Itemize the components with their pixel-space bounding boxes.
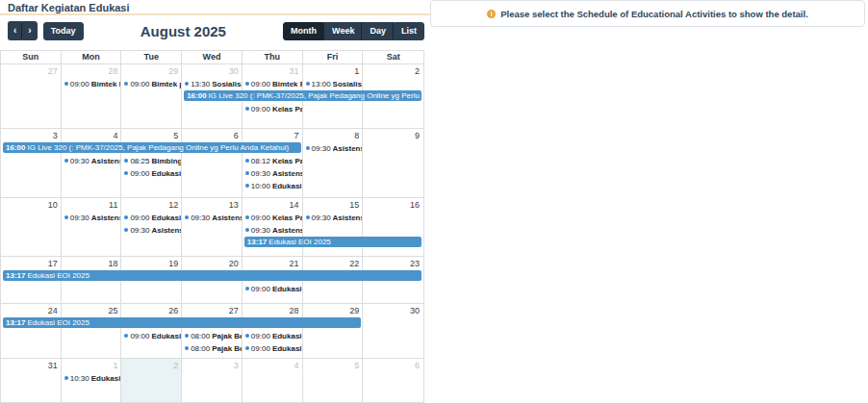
event-dot[interactable]: 09:30Asistensi Pe [62,155,122,166]
month-calendar: SunMonTueWedThuFriSat 27282930311209:00B… [0,50,424,403]
event-level: 16:00IG Live 320 (: PMK-37/2025, Pajak P… [1,142,423,154]
event-dot[interactable]: 09:30Asistensi Pe [303,142,364,154]
event-dot[interactable]: 09:30Asistensi Pe [121,224,182,236]
event-dot[interactable]: 09:30Asistensi Pe [303,212,364,223]
event-level: 09:30Asistensi Pe09:30Asistensi Pe [1,224,423,236]
event-bar[interactable]: 16:00IG Live 320 (: PMK-37/2025, Pajak P… [184,90,421,101]
day-header-fri: Fri [303,51,364,63]
event-dot[interactable]: 09:00Edukasi Pel [243,330,303,341]
day-number: 11 [62,198,122,211]
event-dot[interactable]: 09:00Bimtek pel [121,78,182,89]
event-dot[interactable]: 09:00Edukasi Tat [121,167,182,179]
event-dot[interactable]: 09:00Bimtek Pel [243,78,303,89]
event-bar[interactable]: 13:17Edukasi EOI 2025 [3,270,421,281]
event-level: 09:00Edukasi Bag08:00Pajak Bertu09:00Edu… [1,330,423,341]
event-dot[interactable]: 08:00Pajak Bertu [182,342,243,354]
day-number: 6 [182,129,243,141]
view-day-button[interactable]: Day [362,22,394,40]
next-button[interactable]: › [22,21,37,40]
event-dot[interactable]: 09:30Asistensi Pe [243,167,303,179]
event-dot[interactable]: 09:30Asistensi Pe [62,212,122,223]
day-number: 22 [303,257,364,269]
day-header-mon: Mon [62,51,122,63]
event-bar[interactable]: 13:17Edukasi EOI 2025 [3,317,361,328]
day-number: 30 [182,64,243,77]
event-dot[interactable]: 09:30Asistensi Pe [182,212,243,223]
day-number: 6 [363,359,423,371]
day-number: 26 [121,304,182,316]
view-month-button[interactable]: Month [283,22,324,40]
calendar-grid: 27282930311209:00Bimtek Pel09:00Bimtek p… [1,64,423,402]
event-dot[interactable]: 13:00Sosialisasi I [303,78,364,89]
day-number: 30 [363,304,423,316]
view-week-button[interactable]: Week [324,22,362,40]
day-number: 4 [243,359,303,371]
event-dot[interactable]: 10:00Edukasi PPh [243,180,303,191]
event-dot-icon [245,82,249,86]
event-dot[interactable]: 09:00Edukasi Bag [121,330,182,341]
day-number: 8 [303,129,364,141]
page-title: Daftar Kegiatan Edukasi [8,2,130,13]
title-divider [0,13,430,15]
event-dot-icon [185,215,189,219]
week-row: 1011121314151609:30Asistensi Pe09:00Eduk… [1,198,423,257]
info-icon: i [487,10,496,18]
day-header-wed: Wed [182,51,243,63]
day-number: 25 [62,304,122,316]
event-level: 08:00Pajak Bertu09:00Edukasi Per [1,342,423,354]
week-row: 3112345610:30Edukasi Pel [1,359,423,402]
view-list-button[interactable]: List [394,22,424,40]
day-header-tue: Tue [121,51,182,63]
event-dot-icon [124,215,128,219]
calendar-title: August 2025 [84,23,284,39]
event-dot-icon [185,82,189,86]
day-number: 17 [1,257,62,269]
day-number: 9 [363,129,423,141]
event-dot[interactable]: 09:00Edukasi Per [243,283,303,294]
event-dot[interactable]: 09:30Asistensi Pe [243,224,303,236]
day-number: 7 [243,129,303,141]
day-number: 1 [62,359,122,371]
event-dot[interactable]: 08:12Kelas Pajak [243,155,303,166]
event-level: 09:00Edukasi Tat09:30Asistensi Pe [1,167,423,179]
prev-button[interactable]: ‹ [8,21,22,40]
event-dot-icon [245,159,249,163]
event-dot[interactable]: 09:00Edukasi Per [243,342,303,354]
event-dot[interactable]: 09:00Kelas Pajak [243,103,303,114]
toolbar-left-group: ‹ › Today [8,21,84,40]
event-dot[interactable]: 09:00Edukasi UM [121,212,182,223]
day-number: 4 [62,129,122,141]
event-level: 13:17Edukasi EOI 2025 [1,317,423,329]
event-dot[interactable]: 09:00Bimtek Pel [62,78,122,89]
day-header-row: SunMonTueWedThuFriSat [1,51,423,64]
event-level: 09:00Kelas Pajak [1,103,423,114]
event-level: 13:17Edukasi EOI 2025 [1,237,423,248]
day-number: 15 [303,198,364,211]
event-dot[interactable]: 13:30Sosialisasi I [182,78,243,89]
event-dot[interactable]: 08:25Bimbingan [121,155,182,166]
today-button[interactable]: Today [43,22,84,40]
day-number: 3 [182,359,243,371]
calendar-toolbar: ‹ › Today August 2025 Month Week Day Lis… [8,21,424,40]
event-dot[interactable]: 09:00Kelas Pajak [243,212,303,223]
event-level: 09:30Asistensi Pe08:25Bimbingan08:12Kela… [1,155,423,166]
event-dot-icon [245,107,249,111]
event-level: 10:30Edukasi Pel [1,372,423,384]
event-dot-icon [306,82,310,86]
event-dot[interactable]: 10:30Edukasi Pel [62,372,122,384]
event-bar[interactable]: 16:00IG Live 320 (: PMK-37/2025, Pajak P… [3,142,301,153]
event-dot-icon [124,334,128,338]
day-number: 5 [303,359,364,371]
event-bar[interactable]: 13:17Edukasi EOI 2025 [244,237,421,247]
event-level: 13:17Edukasi EOI 2025 [1,270,423,282]
chevron-right-icon: › [28,25,31,36]
day-number: 24 [1,304,62,316]
event-dot[interactable]: 08:00Pajak Bertu [182,330,243,341]
week-row: 2425262728293013:17Edukasi EOI 202509:00… [1,304,423,359]
view-button-group: Month Week Day List [283,22,424,40]
event-level: 09:30Asistensi Pe09:00Edukasi UM09:30Asi… [1,212,423,223]
event-dot-icon [306,146,310,150]
day-number: 19 [121,257,182,269]
event-dot-icon [245,215,249,219]
chevron-left-icon: ‹ [13,25,16,36]
